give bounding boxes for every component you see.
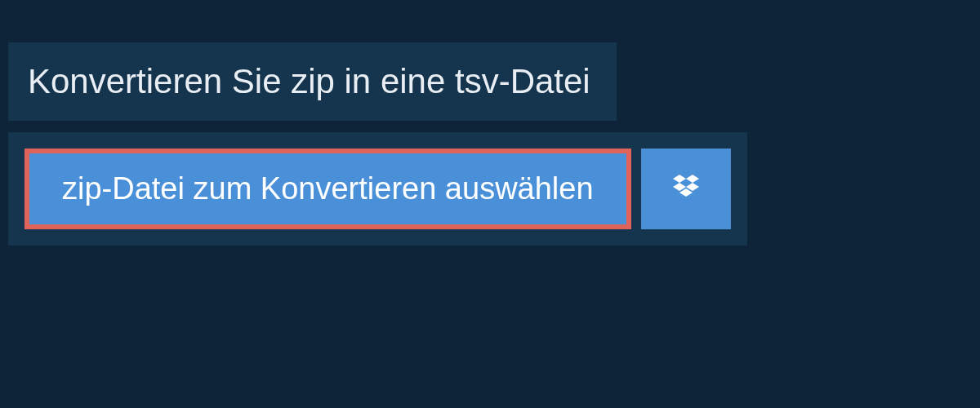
choose-file-button[interactable]: zip-Datei zum Konvertieren auswählen [24, 149, 631, 229]
file-picker-panel: zip-Datei zum Konvertieren auswählen [8, 132, 747, 246]
page-header: Konvertieren Sie zip in eine tsv-Datei [8, 42, 617, 121]
dropbox-button[interactable] [641, 149, 731, 229]
dropbox-icon [670, 171, 702, 207]
page-title: Konvertieren Sie zip in eine tsv-Datei [28, 62, 590, 101]
choose-file-label: zip-Datei zum Konvertieren auswählen [62, 171, 594, 206]
